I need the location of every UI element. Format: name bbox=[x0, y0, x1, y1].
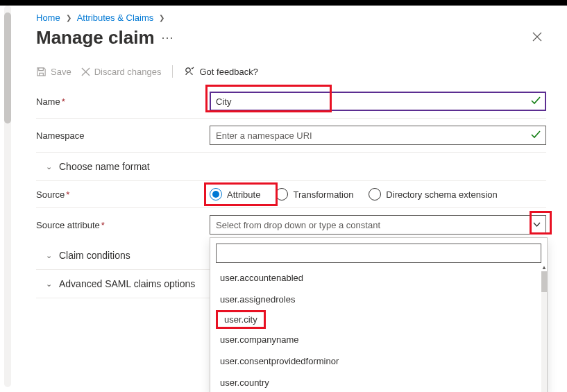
name-row: Name* bbox=[36, 85, 546, 119]
source-label: Source* bbox=[36, 189, 210, 200]
radio-label: Transformation bbox=[293, 189, 353, 200]
valid-check-icon bbox=[531, 96, 541, 107]
source-attribute-dropdown[interactable]: Select from drop down or type a constant bbox=[210, 215, 546, 235]
radio-label: Attribute bbox=[227, 189, 260, 200]
name-input[interactable] bbox=[210, 92, 546, 111]
radio-unselected-icon bbox=[276, 188, 288, 201]
dropdown-scrollbar-thumb[interactable] bbox=[541, 271, 547, 292]
dropdown-option[interactable]: user.accountenabled bbox=[216, 267, 541, 289]
source-radio-attribute[interactable]: Attribute bbox=[210, 188, 260, 201]
advanced-saml-toggle[interactable]: ⌄ Advanced SAML claims options bbox=[36, 270, 210, 298]
source-attribute-row: Source attribute* Select from drop down … bbox=[36, 208, 546, 241]
breadcrumb-home[interactable]: Home bbox=[36, 12, 60, 23]
feedback-button[interactable]: Got feedback? bbox=[184, 66, 258, 77]
dropdown-option-list: user.accountenabled user.assignedroles u… bbox=[216, 267, 541, 392]
dropdown-option[interactable]: user.assignedroles bbox=[216, 289, 541, 310]
dropdown-option[interactable]: user.country bbox=[216, 372, 541, 392]
dropdown-option[interactable]: user.consentprovidedforminor bbox=[216, 350, 541, 372]
close-button[interactable] bbox=[528, 28, 546, 49]
required-indicator: * bbox=[101, 220, 105, 230]
feedback-icon bbox=[184, 66, 195, 77]
dropdown-option[interactable]: user.companyname bbox=[216, 329, 541, 350]
chevron-right-icon: ❯ bbox=[66, 14, 71, 22]
discard-button[interactable]: Discard changes bbox=[81, 67, 162, 77]
save-button[interactable]: Save bbox=[36, 67, 71, 77]
namespace-input[interactable] bbox=[210, 126, 546, 145]
save-label: Save bbox=[51, 67, 71, 77]
feedback-label: Got feedback? bbox=[199, 67, 258, 77]
page-scrollbar-track[interactable] bbox=[4, 6, 11, 387]
namespace-label: Namespace bbox=[36, 130, 210, 141]
source-radio-transformation[interactable]: Transformation bbox=[276, 188, 353, 201]
source-radio-extension[interactable]: Directory schema extension bbox=[369, 188, 497, 201]
dropdown-search-input[interactable] bbox=[216, 244, 541, 263]
page-title: Manage claim bbox=[36, 27, 155, 49]
command-bar: Save Discard changes Got feedback? bbox=[36, 65, 546, 85]
dropdown-scrollbar-track[interactable] bbox=[541, 271, 547, 392]
discard-icon bbox=[81, 67, 90, 76]
scroll-up-arrow-icon[interactable]: ▲ bbox=[541, 264, 547, 271]
chevron-down-icon: ⌄ bbox=[46, 251, 52, 260]
radio-selected-icon bbox=[210, 188, 222, 201]
more-actions-button[interactable]: ··· bbox=[162, 31, 174, 45]
required-indicator: * bbox=[66, 189, 69, 200]
claim-conditions-label: Claim conditions bbox=[59, 250, 130, 261]
save-icon bbox=[36, 67, 46, 77]
close-icon bbox=[532, 32, 542, 42]
breadcrumb-attributes-claims[interactable]: Attributes & Claims bbox=[77, 12, 154, 23]
chevron-down-icon: ⌄ bbox=[46, 162, 52, 171]
source-attribute-dropdown-panel: ▲ user.accountenabled user.assignedroles… bbox=[210, 237, 548, 392]
chevron-down-icon bbox=[533, 221, 541, 229]
toolbar-divider bbox=[172, 65, 173, 78]
source-row: Source* Attribute Transformation Directo… bbox=[36, 181, 546, 208]
dropdown-option-user-city[interactable]: user.city bbox=[216, 310, 266, 329]
choose-name-format-toggle[interactable]: ⌄ Choose name format bbox=[36, 153, 546, 181]
required-indicator: * bbox=[62, 96, 65, 107]
dropdown-placeholder: Select from drop down or type a constant bbox=[216, 220, 380, 230]
choose-name-format-label: Choose name format bbox=[59, 161, 150, 172]
svg-point-0 bbox=[186, 68, 190, 72]
manage-claim-panel: Home ❯ Attributes & Claims ❯ Manage clai… bbox=[19, 6, 563, 298]
source-attribute-label: Source attribute* bbox=[36, 220, 210, 230]
advanced-saml-label: Advanced SAML claims options bbox=[59, 278, 195, 289]
chevron-down-icon: ⌄ bbox=[46, 280, 52, 289]
claim-conditions-toggle[interactable]: ⌄ Claim conditions bbox=[36, 241, 210, 270]
page-scrollbar-thumb[interactable] bbox=[4, 12, 11, 123]
breadcrumb: Home ❯ Attributes & Claims ❯ bbox=[36, 10, 546, 23]
namespace-row: Namespace bbox=[36, 119, 546, 153]
radio-unselected-icon bbox=[369, 188, 381, 201]
chevron-right-icon: ❯ bbox=[159, 14, 164, 22]
discard-label: Discard changes bbox=[94, 67, 162, 77]
radio-label: Directory schema extension bbox=[386, 189, 497, 200]
valid-check-icon bbox=[531, 130, 541, 141]
name-label: Name* bbox=[36, 96, 210, 107]
